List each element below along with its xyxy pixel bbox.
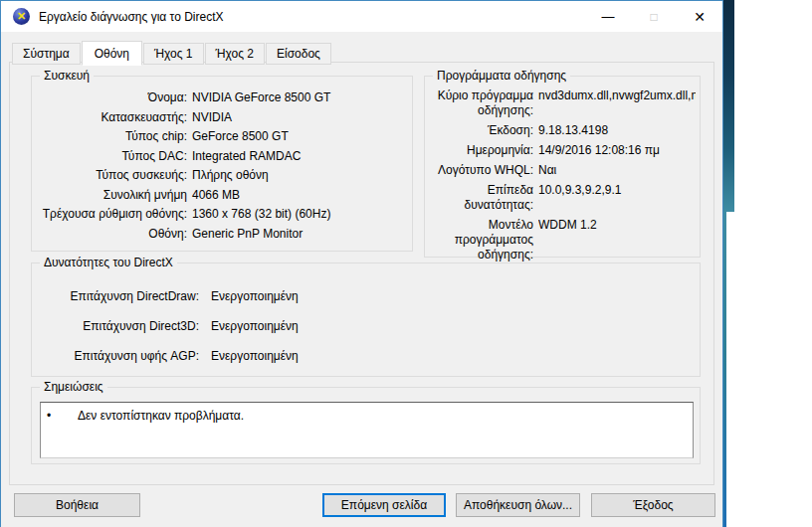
tab-sound1[interactable]: Ήχος 1 xyxy=(143,43,204,65)
desktop-wallpaper-strip-thin xyxy=(723,212,726,527)
field-label: Όνομα: xyxy=(40,90,187,105)
field-label: Τύπος chip: xyxy=(40,129,187,144)
note-item: • Δεν εντοπίστηκαν προβλήματα. xyxy=(41,409,693,424)
notes-groupbox: Σημειώσεις • Δεν εντοπίστηκαν προβλήματα… xyxy=(31,387,701,464)
device-row-dac-type: Τύπος DAC: Integrated RAMDAC xyxy=(40,149,407,164)
tab-strip: Σύστημα Οθόνη Ήχος 1 Ήχος 2 Είσοδος xyxy=(12,41,332,65)
directx-features-groupbox: Δυνατότητες του DirectX Επιτάχυνση Direc… xyxy=(31,263,701,377)
drivers-row-date: Ημερομηνία: 14/9/2016 12:08:16 πμ xyxy=(432,143,696,158)
field-value: WDDM 1.2 xyxy=(538,218,696,263)
tab-system[interactable]: Σύστημα xyxy=(12,43,81,65)
note-text: Δεν εντοπίστηκαν προβλήματα. xyxy=(78,409,244,424)
device-row-total-memory: Συνολική μνήμη 4066 MB xyxy=(40,188,407,203)
field-value: Ενεργοποιημένη xyxy=(211,289,299,304)
help-button[interactable]: Βοήθεια xyxy=(14,493,140,517)
field-label: Λογότυπο WHQL: xyxy=(432,163,533,178)
field-value: GeForce 8500 GT xyxy=(192,129,289,144)
notes-groupbox-legend: Σημειώσεις xyxy=(40,380,107,395)
caption-buttons: — □ ✕ xyxy=(585,1,722,32)
tab-sound2[interactable]: Ήχος 2 xyxy=(205,43,266,65)
drivers-row-version: Έκδοση: 9.18.13.4198 xyxy=(432,123,696,138)
device-row-display-mode: Τρέχουσα ρύθμιση οθόνης: 1360 x 768 (32 … xyxy=(40,207,407,222)
field-value: Ναι xyxy=(538,163,696,178)
minimize-icon[interactable]: — xyxy=(585,1,631,32)
close-icon[interactable]: ✕ xyxy=(677,1,722,32)
field-value: 4066 MB xyxy=(192,188,240,203)
field-label: Επίπεδα δυνατότητας: xyxy=(432,183,533,213)
field-label: Τύπος DAC: xyxy=(40,149,187,164)
features-rows: Επιτάχυνση DirectDraw: Ενεργοποιημένη Επ… xyxy=(40,289,695,379)
save-all-button[interactable]: Αποθήκευση όλων... xyxy=(456,493,580,517)
field-label: Ημερομηνία: xyxy=(432,143,533,158)
dxdiag-window: ✕ Εργαλείο διάγνωσης για το DirectX — □ … xyxy=(0,0,723,527)
drivers-groupbox: Προγράμματα οδήγησης Κύριο πρόγραμμα οδή… xyxy=(424,76,701,258)
drivers-row-whql: Λογότυπο WHQL: Ναι xyxy=(432,163,696,178)
tab-input[interactable]: Είσοδος xyxy=(266,43,331,65)
directx-app-icon: ✕ xyxy=(13,8,30,25)
field-label: Επιτάχυνση υφής AGP: xyxy=(40,349,199,364)
feature-row-agp-texture: Επιτάχυνση υφής AGP: Ενεργοποιημένη xyxy=(40,349,695,364)
device-row-monitor: Οθόνη: Generic PnP Monitor xyxy=(40,227,407,242)
device-row-device-type: Τύπος συσκευής: Πλήρης οθόνη xyxy=(40,168,407,183)
device-groupbox: Συσκευή Όνομα: NVIDIA GeForce 8500 GT Κα… xyxy=(31,76,413,252)
field-label: Τρέχουσα ρύθμιση οθόνης: xyxy=(40,207,187,222)
field-value: nvd3dumx.dll,nvwgf2umx.dll,nvwg xyxy=(538,88,696,118)
notes-textarea[interactable]: • Δεν εντοπίστηκαν προβλήματα. xyxy=(40,402,694,458)
field-value: 10.0,9.3,9.2,9.1 xyxy=(538,183,696,213)
next-page-button[interactable]: Επόμενη σελίδα xyxy=(322,493,446,517)
exit-button[interactable]: Έξοδος xyxy=(591,493,715,517)
drivers-groupbox-legend: Προγράμματα οδήγησης xyxy=(433,69,570,84)
field-value: 9.18.13.4198 xyxy=(538,123,696,138)
field-value: NVIDIA xyxy=(192,110,232,125)
device-groupbox-legend: Συσκευή xyxy=(40,69,94,84)
maximize-icon: □ xyxy=(631,1,677,32)
directx-features-legend: Δυνατότητες του DirectX xyxy=(40,256,177,270)
field-value: Πλήρης οθόνη xyxy=(192,168,269,183)
bullet-icon: • xyxy=(47,409,57,424)
field-value: 14/9/2016 12:08:16 πμ xyxy=(538,143,696,158)
device-rows: Όνομα: NVIDIA GeForce 8500 GT Κατασκευασ… xyxy=(40,90,407,246)
drivers-row-driver-model: Μοντέλο προγράμματος οδήγησης: WDDM 1.2 xyxy=(432,218,696,263)
window-title: Εργαλείο διάγνωσης για το DirectX xyxy=(39,10,224,24)
field-label: Επιτάχυνση DirectDraw: xyxy=(40,289,199,304)
field-value: Generic PnP Monitor xyxy=(192,227,303,242)
tab-display[interactable]: Οθόνη xyxy=(82,41,142,66)
field-label: Οθόνη: xyxy=(40,227,187,242)
field-value: 1360 x 768 (32 bit) (60Hz) xyxy=(192,207,330,222)
field-label: Τύπος συσκευής: xyxy=(40,168,187,183)
drivers-row-main-driver: Κύριο πρόγραμμα οδήγησης: nvd3dumx.dll,n… xyxy=(432,88,696,118)
drivers-rows: Κύριο πρόγραμμα οδήγησης: nvd3dumx.dll,n… xyxy=(432,88,696,267)
screen: ✕ Εργαλείο διάγνωσης για το DirectX — □ … xyxy=(0,0,812,527)
feature-row-directdraw: Επιτάχυνση DirectDraw: Ενεργοποιημένη xyxy=(40,289,695,304)
field-value: NVIDIA GeForce 8500 GT xyxy=(192,90,330,105)
titlebar[interactable]: ✕ Εργαλείο διάγνωσης για το DirectX — □ … xyxy=(1,1,722,32)
feature-row-direct3d: Επιτάχυνση Direct3D: Ενεργοποιημένη xyxy=(40,319,695,334)
drivers-row-feature-levels: Επίπεδα δυνατότητας: 10.0,9.3,9.2,9.1 xyxy=(432,183,696,213)
desktop-wallpaper-strip xyxy=(723,0,734,212)
field-value: Integrated RAMDAC xyxy=(192,149,301,164)
field-label: Κύριο πρόγραμμα οδήγησης: xyxy=(432,88,533,118)
field-label: Επιτάχυνση Direct3D: xyxy=(40,319,199,334)
field-label: Κατασκευαστής: xyxy=(40,110,187,125)
field-label: Συνολική μνήμη xyxy=(40,188,187,203)
field-label: Έκδοση: xyxy=(432,123,533,138)
device-row-chip-type: Τύπος chip: GeForce 8500 GT xyxy=(40,129,407,144)
field-value: Ενεργοποιημένη xyxy=(211,349,299,364)
device-row-name: Όνομα: NVIDIA GeForce 8500 GT xyxy=(40,90,407,105)
device-row-manufacturer: Κατασκευαστής: NVIDIA xyxy=(40,110,407,125)
field-value: Ενεργοποιημένη xyxy=(211,319,299,334)
field-label: Μοντέλο προγράμματος οδήγησης: xyxy=(432,218,533,263)
